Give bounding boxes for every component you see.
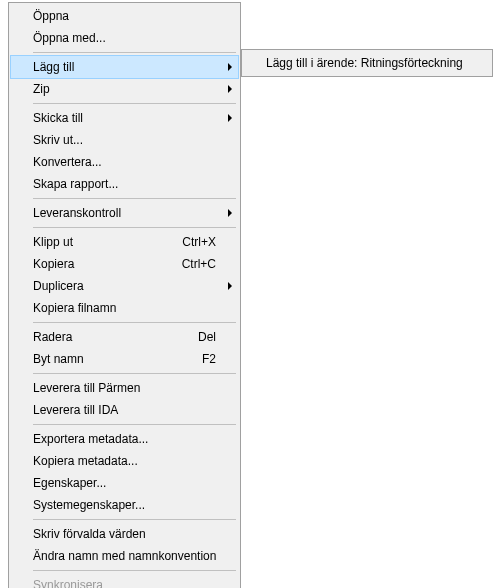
menu-label: Kopiera filnamn xyxy=(33,301,234,315)
menu-shortcut: Ctrl+C xyxy=(182,257,216,271)
menu-item-skriv-forvalda[interactable]: Skriv förvalda värden xyxy=(11,523,238,545)
menu-label: Egenskaper... xyxy=(33,476,234,490)
menu-label: Konvertera... xyxy=(33,155,234,169)
menu-label: Synkronisera xyxy=(33,578,234,588)
menu-item-zip[interactable]: Zip xyxy=(11,78,238,100)
menu-label: Skriv ut... xyxy=(33,133,234,147)
menu-separator xyxy=(33,322,236,323)
menu-label: Skicka till xyxy=(33,111,234,125)
menu-item-konvertera[interactable]: Konvertera... xyxy=(11,151,238,173)
menu-separator xyxy=(33,519,236,520)
menu-separator xyxy=(33,103,236,104)
menu-separator xyxy=(33,227,236,228)
menu-label: Leveranskontroll xyxy=(33,206,234,220)
menu-label: Kopiera metadata... xyxy=(33,454,234,468)
menu-label: Exportera metadata... xyxy=(33,432,234,446)
menu-label: Duplicera xyxy=(33,279,234,293)
menu-item-lagg-till[interactable]: Lägg till xyxy=(10,55,239,79)
submenu-arrow-icon xyxy=(228,63,232,71)
menu-label: Skapa rapport... xyxy=(33,177,234,191)
menu-label: Zip xyxy=(33,82,234,96)
menu-item-leverera-parmen[interactable]: Leverera till Pärmen xyxy=(11,377,238,399)
submenu-arrow-icon xyxy=(228,85,232,93)
menu-item-kopiera-metadata[interactable]: Kopiera metadata... xyxy=(11,450,238,472)
menu-label: Lägg till i ärende: Ritningsförteckning xyxy=(266,56,486,70)
menu-label: Skriv förvalda värden xyxy=(33,527,234,541)
menu-label: Öppna xyxy=(33,9,234,23)
menu-item-leveranskontroll[interactable]: Leveranskontroll xyxy=(11,202,238,224)
submenu-arrow-icon xyxy=(228,209,232,217)
submenu-arrow-icon xyxy=(228,282,232,290)
menu-label: Klipp ut xyxy=(33,235,182,249)
menu-separator xyxy=(33,52,236,53)
menu-item-kopiera-filnamn[interactable]: Kopiera filnamn xyxy=(11,297,238,319)
menu-item-egenskaper[interactable]: Egenskaper... xyxy=(11,472,238,494)
menu-item-klipp-ut[interactable]: Klipp ut Ctrl+X xyxy=(11,231,238,253)
menu-separator xyxy=(33,424,236,425)
menu-label: Leverera till IDA xyxy=(33,403,234,417)
menu-label: Ändra namn med namnkonvention xyxy=(33,549,234,563)
context-menu: Öppna Öppna med... Lägg till Zip Skicka … xyxy=(8,2,241,588)
menu-item-skicka-till[interactable]: Skicka till xyxy=(11,107,238,129)
menu-item-skapa-rapport[interactable]: Skapa rapport... xyxy=(11,173,238,195)
menu-label: Öppna med... xyxy=(33,31,234,45)
menu-separator xyxy=(33,570,236,571)
menu-item-systemegenskaper[interactable]: Systemegenskaper... xyxy=(11,494,238,516)
menu-separator xyxy=(33,373,236,374)
menu-item-duplicera[interactable]: Duplicera xyxy=(11,275,238,297)
menu-label: Leverera till Pärmen xyxy=(33,381,234,395)
menu-item-synkronisera: Synkronisera xyxy=(11,574,238,588)
menu-label: Radera xyxy=(33,330,198,344)
submenu-lagg-till: Lägg till i ärende: Ritningsförteckning xyxy=(241,49,493,77)
menu-shortcut: Ctrl+X xyxy=(182,235,216,249)
menu-label: Systemegenskaper... xyxy=(33,498,234,512)
menu-item-oppna[interactable]: Öppna xyxy=(11,5,238,27)
menu-item-andra-namn[interactable]: Ändra namn med namnkonvention xyxy=(11,545,238,567)
menu-item-radera[interactable]: Radera Del xyxy=(11,326,238,348)
submenu-item-lagg-till-arende[interactable]: Lägg till i ärende: Ritningsförteckning xyxy=(244,52,490,74)
menu-item-oppna-med[interactable]: Öppna med... xyxy=(11,27,238,49)
menu-separator xyxy=(33,198,236,199)
submenu-arrow-icon xyxy=(228,114,232,122)
menu-item-leverera-ida[interactable]: Leverera till IDA xyxy=(11,399,238,421)
menu-item-byt-namn[interactable]: Byt namn F2 xyxy=(11,348,238,370)
menu-shortcut: Del xyxy=(198,330,216,344)
menu-label: Byt namn xyxy=(33,352,202,366)
menu-shortcut: F2 xyxy=(202,352,216,366)
menu-item-skriv-ut[interactable]: Skriv ut... xyxy=(11,129,238,151)
menu-label: Kopiera xyxy=(33,257,182,271)
menu-label: Lägg till xyxy=(33,60,234,74)
menu-item-exportera-metadata[interactable]: Exportera metadata... xyxy=(11,428,238,450)
menu-item-kopiera[interactable]: Kopiera Ctrl+C xyxy=(11,253,238,275)
